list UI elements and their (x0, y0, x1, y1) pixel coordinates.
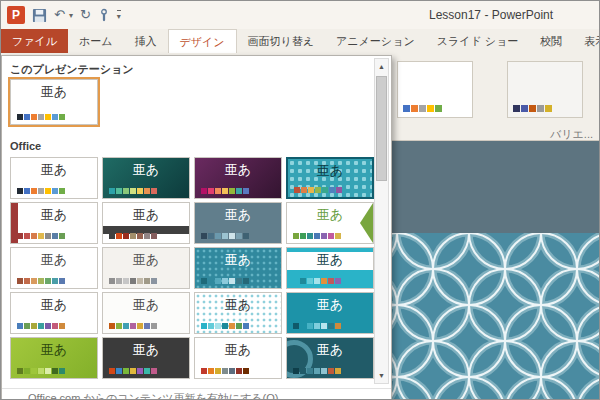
touch-mode-icon[interactable] (98, 8, 110, 23)
theme-sample-text: 亜あ (287, 207, 373, 222)
variant-thumbnail[interactable] (397, 61, 473, 118)
powerpoint-app-icon[interactable]: P (7, 6, 25, 24)
theme-thumbnail[interactable]: 亜あ (194, 337, 282, 379)
color-swatch (322, 187, 328, 193)
theme-thumbnail[interactable]: 亜あ (286, 247, 374, 289)
color-swatch (243, 278, 249, 284)
color-swatch (137, 233, 143, 239)
tab-design[interactable]: デザイン (168, 29, 237, 53)
scroll-down-icon[interactable]: ▼ (375, 368, 388, 383)
theme-thumbnail[interactable]: 亜あ (286, 292, 374, 334)
color-swatch (315, 187, 321, 193)
theme-color-swatches (17, 368, 65, 374)
undo-dropdown-icon[interactable]: ▾ (69, 11, 73, 20)
theme-sample-text: 亜あ (11, 342, 97, 357)
color-swatch (45, 368, 51, 374)
color-swatch (123, 233, 129, 239)
color-swatch (208, 278, 214, 284)
theme-color-swatches (17, 323, 65, 329)
color-swatch (321, 233, 327, 239)
powerpoint-window: P ↶ ▾ ↻ ▾ Lesson17 - PowerPoint ファイル ホーム… (0, 0, 600, 400)
theme-thumbnail[interactable]: 亜あ (10, 337, 98, 379)
color-swatch (222, 278, 228, 284)
tab-review[interactable]: 校閲 (529, 29, 573, 53)
color-swatch (222, 323, 228, 329)
color-swatch (116, 188, 122, 194)
color-swatch (31, 114, 37, 120)
theme-sample-text: 亜あ (287, 252, 373, 267)
color-swatch (336, 187, 342, 193)
color-swatch (130, 278, 136, 284)
theme-thumbnail[interactable]: 亜あ (194, 292, 282, 334)
color-swatch (201, 368, 207, 374)
ribbon-tabbar: ファイル ホーム 挿入 デザイン 画面切り替え アニメーション スライド ショー… (1, 29, 599, 53)
color-swatch (243, 233, 249, 239)
color-swatch (38, 323, 44, 329)
tab-slideshow[interactable]: スライド ショー (426, 29, 530, 53)
color-swatch (329, 187, 335, 193)
color-swatch (45, 278, 51, 284)
theme-sample-text: 亜あ (195, 297, 281, 312)
color-swatch (52, 233, 58, 239)
color-swatch (294, 187, 300, 193)
color-swatch (52, 323, 58, 329)
theme-sample-text: 亜あ (103, 297, 189, 312)
variant-thumbnail[interactable] (507, 61, 583, 118)
menu-item-office-com-updates[interactable]: Office.com からのコンテンツ更新を有効にする(O)... (2, 388, 391, 400)
color-swatch (411, 105, 418, 112)
theme-thumbnail[interactable]: 亜あ (102, 247, 190, 289)
color-swatch (229, 278, 235, 284)
tab-home[interactable]: ホーム (68, 29, 124, 53)
undo-icon[interactable]: ↶ (54, 6, 65, 24)
theme-sample-text: 亜あ (195, 207, 281, 222)
quick-access-toolbar: P ↶ ▾ ↻ ▾ (7, 5, 121, 25)
theme-thumbnail[interactable]: 亜あ (10, 202, 98, 244)
color-swatch (314, 323, 320, 329)
theme-sample-text: 亜あ (11, 252, 97, 267)
color-swatch (215, 323, 221, 329)
gallery-scrollbar[interactable]: ▲ ▼ (374, 58, 389, 384)
scroll-up-icon[interactable]: ▲ (375, 59, 388, 74)
theme-color-swatches (109, 233, 157, 239)
theme-thumbnail[interactable]: 亜あ (286, 157, 374, 199)
theme-thumbnail[interactable]: 亜あ (10, 157, 98, 199)
theme-color-swatches (201, 278, 249, 284)
tab-file[interactable]: ファイル (1, 29, 68, 53)
theme-sample-text: 亜あ (103, 342, 189, 357)
color-swatch (151, 188, 157, 194)
theme-thumbnail[interactable]: 亜あ (102, 292, 190, 334)
color-swatch (59, 368, 65, 374)
theme-thumbnail[interactable]: 亜あ (194, 247, 282, 289)
color-swatch (38, 368, 44, 374)
theme-color-swatches (201, 323, 249, 329)
color-swatch (59, 188, 65, 194)
theme-thumbnail[interactable]: 亜あ (10, 247, 98, 289)
theme-thumbnail[interactable]: 亜あ (286, 337, 374, 379)
redo-icon[interactable]: ↻ (80, 6, 91, 24)
theme-thumbnail[interactable]: 亜あ (102, 337, 190, 379)
color-swatch (130, 188, 136, 194)
tab-transitions[interactable]: 画面切り替え (237, 29, 326, 53)
save-icon[interactable] (32, 8, 47, 23)
theme-thumbnail[interactable]: 亜あ (102, 202, 190, 244)
theme-thumbnail[interactable]: 亜あ (286, 202, 374, 244)
color-swatch (144, 368, 150, 374)
tab-view[interactable]: 表示 (573, 29, 599, 53)
theme-sample-text: 亜あ (287, 342, 373, 357)
scrollbar-thumb[interactable] (376, 76, 387, 181)
tab-insert[interactable]: 挿入 (124, 29, 168, 53)
color-swatch (222, 233, 228, 239)
tab-animations[interactable]: アニメーション (325, 29, 426, 53)
qat-customize-icon[interactable]: ▾ (117, 10, 121, 21)
color-swatch (31, 188, 37, 194)
theme-thumbnail[interactable]: 亜あ (10, 292, 98, 334)
color-swatch (17, 323, 23, 329)
theme-thumbnail[interactable]: 亜あ (102, 157, 190, 199)
color-swatch (109, 188, 115, 194)
theme-thumbnail[interactable]: 亜あ (10, 79, 98, 125)
theme-color-swatches (109, 188, 157, 194)
theme-thumbnail[interactable]: 亜あ (194, 157, 282, 199)
theme-sample-text: 亜あ (288, 163, 372, 178)
theme-thumbnail[interactable]: 亜あ (194, 202, 282, 244)
theme-color-swatches (109, 278, 157, 284)
